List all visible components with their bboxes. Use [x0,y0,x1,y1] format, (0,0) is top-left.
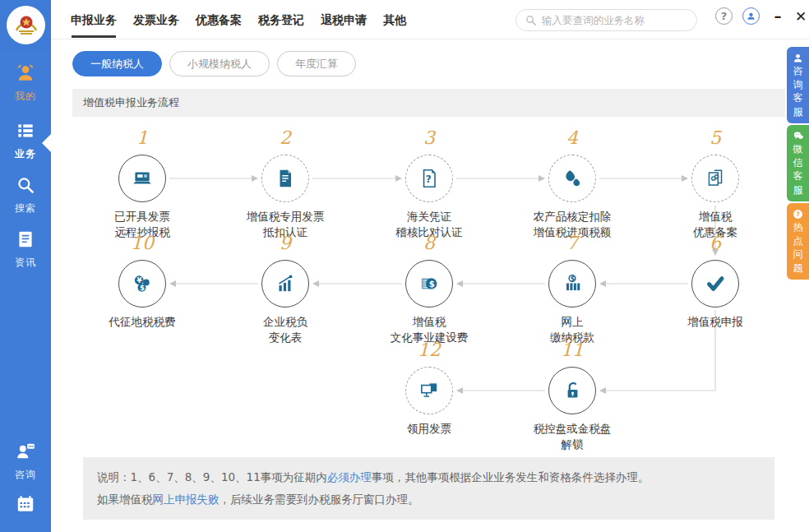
active-indicator [42,134,51,152]
person-chat-icon [15,441,36,462]
receive-invoice-icon [418,379,441,402]
side-button-label: 热点问题 [793,220,804,275]
flow-step-1[interactable]: 1 已开具发票 远程抄报税 [81,127,204,240]
nav-item-registration[interactable]: 税务登记 [257,0,305,39]
search-box[interactable] [515,9,697,31]
sidebar-item-search[interactable]: 搜索 [0,174,51,215]
step-number: 4 [511,127,634,150]
nav-item-other[interactable]: 其他 [382,0,407,39]
close-button[interactable]: ✕ [791,5,809,28]
sidebar-item-consult[interactable]: 咨询 [0,441,51,482]
search-icon [15,174,36,196]
sidebar-item-label: 我的 [0,90,51,104]
note-text: 如果增值税 [97,493,153,506]
consult-service-button[interactable]: 咨询客服 [787,47,809,123]
taxpayer-type-tabs: 一般纳税人 小规模纳税人 年度汇算 [72,51,363,76]
invoice-icon [274,167,297,190]
note-text: ，后续业务需要到办税服务厅窗口办理。 [220,493,419,506]
step-label: 增值税申报 [654,314,777,330]
side-button-label: 微信客服 [793,142,804,197]
help-button[interactable]: ? [715,7,733,25]
flow-step-7[interactable]: 7 $ 网上 缴纳税款 [511,232,634,345]
sidebar-item-news[interactable]: 资讯 [0,229,51,270]
flow-step-8[interactable]: 8 $ 增值税 文化事业建设费 [368,232,491,345]
customs-doc-icon: ? [418,167,441,190]
svg-text:$: $ [571,275,576,283]
step-number: 6 [654,232,777,255]
step-number: 7 [511,232,634,255]
flow-step-10[interactable]: 10 ¥ $ 代征地税税费 [81,232,204,330]
sidebar-item-label: 搜索 [0,201,51,215]
note-line-1: 说明：1、6、7、8、9、10、11事项为征期内必须办理事项，其他事项根据企业业… [97,466,760,488]
step-number: 1 [81,127,204,150]
step-number: 10 [81,232,204,255]
step-label: 代征地税税费 [81,314,204,330]
main-panel: 增值税申报业务流程 [72,89,785,520]
svg-text:$: $ [140,284,145,292]
flow-step-9[interactable]: 9 企业税负 变化表 [224,232,347,345]
nav-item-declare[interactable]: 申报业务 [70,0,118,39]
tab-general-taxpayer[interactable]: 一般纳税人 [72,51,162,76]
note-line-2: 如果增值税网上申报失败，后续业务需要到办税服务厅窗口办理。 [97,488,760,511]
wechat-service-button[interactable]: 微信客服 [787,125,809,201]
step-number: 3 [368,127,491,150]
sidebar-item-calendar[interactable] [0,493,51,518]
flow-step-6[interactable]: 6 增值税申报 [654,232,777,330]
note-text: 事项，其他事项根据企业业务发生和资格条件选择办理。 [372,470,650,483]
tab-small-scale-taxpayer[interactable]: 小规模纳税人 [169,51,270,76]
note-text: 说明：1、6、7、8、9、10、11事项为征期内 [97,470,327,483]
nav-item-preference[interactable]: 优惠备案 [195,0,243,39]
check-icon [703,271,728,296]
local-tax-coins-icon: ¥ $ [131,272,154,295]
flow-step-3[interactable]: 3 ? 海关凭证 稽核比对认证 [368,127,491,240]
tax-bureau-logo [0,0,51,51]
calendar-icon [15,493,36,515]
top-bar: 申报业务 发票业务 优惠备案 税务登记 退税申请 其他 ? – ✕ [51,0,809,39]
must-handle-link[interactable]: 必须办理 [327,470,372,483]
side-button-label: 咨询客服 [793,64,804,118]
step-number: 11 [511,339,634,362]
step-number: 8 [368,232,491,255]
question-icon: ? [787,207,809,219]
laptop-icon [131,167,154,190]
panel-title: 增值税申报业务流程 [72,89,785,117]
hot-questions-button[interactable]: ? 热点问题 [787,203,809,280]
service-button[interactable] [742,7,760,25]
sidebar: 我的 业务 搜索 资讯 [0,0,51,532]
wechat-icon [787,129,809,141]
svg-text:$: $ [429,280,435,289]
flow-step-2[interactable]: 2 增值税专用发票 抵扣认证 [224,127,347,240]
tax-emblem-icon [7,6,45,44]
online-declare-fail-link[interactable]: 网上申报失败 [153,493,220,506]
sidebar-item-my[interactable]: 我的 [0,62,51,104]
sidebar-item-label: 咨询 [0,468,51,482]
unlock-icon [561,379,584,402]
flow-step-4[interactable]: 4 农产品核定扣除 增值税进项税额 [511,127,634,240]
step-label: 税控盘或金税盘 解锁 [511,421,634,452]
search-icon [525,14,537,26]
svg-text:?: ? [426,173,432,185]
flow-step-12[interactable]: 12 领用发票 [368,339,491,437]
svg-text:?: ? [796,210,799,218]
sidebar-item-label: 资讯 [0,256,51,270]
culture-fee-icon: $ [418,272,441,295]
tax-burden-chart-icon [274,272,297,295]
step-label: 领用发票 [368,421,491,437]
list-icon [15,120,36,141]
step-number: 5 [654,127,777,150]
tab-annual-settlement[interactable]: 年度汇算 [277,51,356,76]
flow-step-5[interactable]: 5 增值税 优惠备案 [654,127,777,240]
minimize-button[interactable]: – [768,5,788,28]
search-input[interactable] [542,14,688,26]
flow-step-11[interactable]: 11 税控盘或金税盘 解锁 [511,339,634,452]
service-icon [746,11,756,21]
app-window: 我的 业务 搜索 资讯 [0,0,809,532]
step-number: 2 [224,127,347,150]
news-icon [15,229,36,250]
person-icon [15,62,36,84]
nav-item-invoice[interactable]: 发票业务 [132,0,180,39]
preference-record-icon [704,167,727,190]
pay-tax-icon: $ [561,272,584,295]
nav-item-refund[interactable]: 退税申请 [320,0,368,39]
step-number: 12 [368,339,491,362]
